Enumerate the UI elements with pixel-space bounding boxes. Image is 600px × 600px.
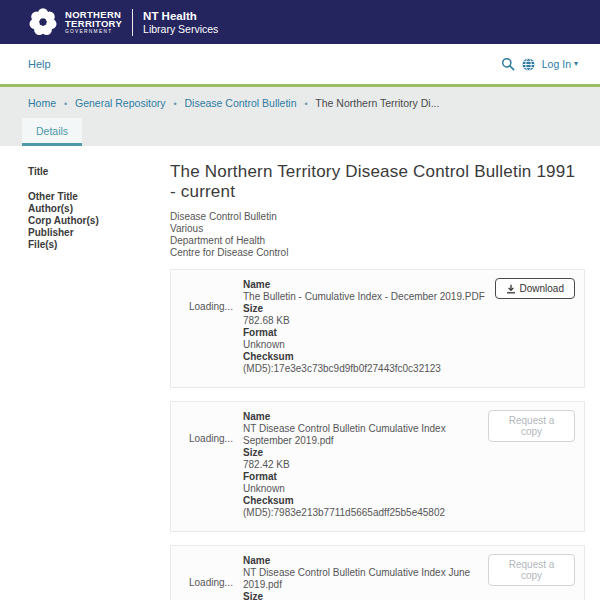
- record-content: Title Other Title Author(s) Corp Author(…: [0, 146, 600, 600]
- breadcrumb-link-disease-control-bulletin[interactable]: Disease Control Bulletin: [184, 97, 296, 109]
- file-thumbnail-loading: Loading...: [171, 402, 243, 531]
- file-name-value: NT Disease Control Bulletin Cumulative I…: [243, 423, 488, 447]
- file-name-label: Name: [243, 555, 488, 567]
- login-label: Log In: [542, 58, 571, 70]
- globe-icon[interactable]: [522, 58, 535, 71]
- flower-logo-icon: [28, 7, 58, 37]
- login-link[interactable]: Log In ▾: [542, 58, 578, 70]
- field-label-corp-authors: Corp Author(s): [28, 215, 170, 227]
- tab-bar: Details: [0, 118, 600, 146]
- record-main: The Northern Territory Disease Control B…: [170, 162, 585, 600]
- breadcrumb-current: The Northern Territory Di...: [315, 97, 439, 109]
- file-name-value: NT Disease Control Bulletin Cumulative I…: [243, 567, 488, 591]
- file-size-value: 782.42 KB: [243, 459, 488, 471]
- record-publisher: Centre for Disease Control: [170, 247, 585, 259]
- field-label-sidebar: Title Other Title Author(s) Corp Author(…: [28, 162, 170, 600]
- page-title: The Northern Territory Disease Control B…: [170, 162, 585, 202]
- file-card: Loading... Name NT Disease Control Bulle…: [170, 545, 585, 600]
- file-action-label: Request a copy: [499, 559, 564, 581]
- chevron-down-icon: ▾: [574, 60, 578, 68]
- breadcrumb-separator: •: [64, 99, 67, 109]
- logo-text-line2: TERRITORY: [65, 19, 122, 28]
- breadcrumb-tab-zone: Home • General Repository • Disease Cont…: [0, 87, 600, 146]
- nt-government-logo: NORTHERN TERRITORY GOVERNMENT: [28, 7, 122, 37]
- header-divider: [132, 9, 133, 36]
- file-checksum-label: Checksum: [243, 495, 488, 507]
- breadcrumb-link-general-repository[interactable]: General Repository: [75, 97, 165, 109]
- file-format-label: Format: [243, 327, 495, 339]
- field-label-other-title: Other Title: [28, 191, 170, 203]
- file-action-button[interactable]: Request a copy: [488, 410, 575, 442]
- field-label-authors: Author(s): [28, 203, 170, 215]
- file-name-label: Name: [243, 279, 495, 291]
- tab-details[interactable]: Details: [22, 118, 82, 146]
- field-label-publisher: Publisher: [28, 227, 170, 239]
- file-action-button[interactable]: Download: [495, 278, 575, 299]
- file-action-label: Download: [520, 283, 564, 294]
- file-format-label: Format: [243, 471, 488, 483]
- help-link[interactable]: Help: [28, 58, 51, 70]
- field-label-files: File(s): [28, 239, 170, 251]
- file-format-value: Unknown: [243, 483, 488, 495]
- file-checksum-value: (MD5):7983e213b7711d5665adff25b5e45802: [243, 507, 488, 519]
- breadcrumb-separator: •: [304, 99, 307, 109]
- logo-text-line3: GOVERNMENT: [65, 29, 122, 34]
- search-icon[interactable]: [501, 57, 515, 71]
- app-header: NORTHERN TERRITORY GOVERNMENT NT Health …: [0, 0, 600, 44]
- breadcrumb: Home • General Repository • Disease Cont…: [0, 93, 600, 118]
- breadcrumb-separator: •: [173, 99, 176, 109]
- file-name-value: The Bulletin - Cumulative Index - Decemb…: [243, 291, 495, 303]
- file-list: Loading... Name The Bulletin - Cumulativ…: [170, 269, 585, 600]
- file-name-label: Name: [243, 411, 488, 423]
- record-authors: Various: [170, 223, 585, 235]
- file-size-label: Size: [243, 447, 488, 459]
- file-format-value: Unknown: [243, 339, 495, 351]
- file-size-label: Size: [243, 303, 495, 315]
- file-checksum-value: (MD5):17e3e3c73bc9d9fb0f27443fc0c32123: [243, 363, 495, 375]
- field-label-title: Title: [28, 162, 170, 182]
- file-size-value: 782.68 KB: [243, 315, 495, 327]
- file-thumbnail-loading: Loading...: [171, 270, 243, 387]
- file-checksum-label: Checksum: [243, 351, 495, 363]
- file-action-button[interactable]: Request a copy: [488, 554, 575, 586]
- file-size-label: Size: [243, 591, 488, 600]
- record-other-title: Disease Control Bulletin: [170, 211, 585, 223]
- secondary-navbar: Help Log In ▾: [0, 44, 600, 84]
- record-corp-authors: Department of Health: [170, 235, 585, 247]
- page: NORTHERN TERRITORY GOVERNMENT NT Health …: [0, 0, 600, 600]
- breadcrumb-link-home[interactable]: Home: [28, 97, 56, 109]
- site-title-line1: NT Health: [143, 10, 218, 23]
- file-action-label: Request a copy: [499, 415, 564, 437]
- file-card: Loading... Name NT Disease Control Bulle…: [170, 401, 585, 532]
- file-card: Loading... Name The Bulletin - Cumulativ…: [170, 269, 585, 388]
- site-title-line2: Library Services: [143, 23, 218, 35]
- download-icon: [506, 284, 516, 294]
- file-thumbnail-loading: Loading...: [171, 546, 243, 600]
- site-title: NT Health Library Services: [143, 10, 218, 35]
